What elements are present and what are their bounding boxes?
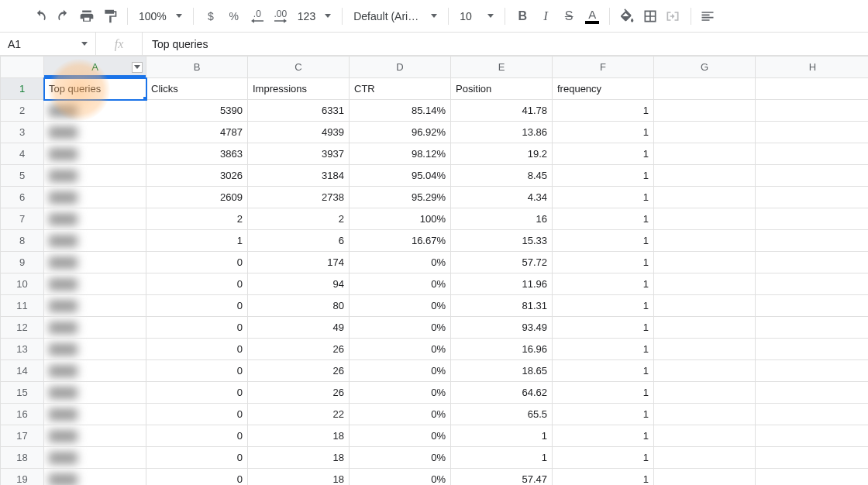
row-header[interactable]: 17 [1, 425, 44, 447]
cell[interactable]: 0 [146, 469, 248, 486]
name-box[interactable]: A1 [0, 33, 96, 55]
row-header[interactable]: 16 [1, 404, 44, 425]
cell[interactable]: 1 [553, 425, 654, 447]
cell[interactable]: 96.92% [350, 122, 451, 143]
cell[interactable]: 94 [248, 273, 350, 295]
cell[interactable] [654, 360, 756, 382]
more-formats-dropdown[interactable]: 123 [293, 5, 336, 28]
cell[interactable] [756, 273, 869, 295]
cell[interactable]: 81.31 [451, 295, 553, 317]
cell[interactable]: 1 [553, 295, 654, 317]
cell[interactable]: 1 [146, 230, 248, 252]
cell[interactable]: 0% [350, 404, 451, 425]
cell[interactable]: 4787 [146, 122, 248, 143]
horizontal-align-button[interactable] [698, 5, 719, 28]
cell[interactable]: 6331 [248, 100, 350, 122]
column-header-C[interactable]: C [248, 57, 350, 78]
font-size-dropdown[interactable]: 10 [455, 5, 498, 28]
cell[interactable]: 1 [451, 425, 553, 447]
row-header[interactable]: 11 [1, 295, 44, 317]
cell[interactable]: ████ [44, 317, 146, 339]
row-header[interactable]: 7 [1, 208, 44, 230]
cell[interactable] [756, 187, 869, 208]
cell[interactable]: 57.72 [451, 252, 553, 273]
row-header[interactable]: 14 [1, 360, 44, 382]
formula-input[interactable]: Top queries [143, 33, 868, 55]
cell[interactable]: 1 [553, 382, 654, 404]
print-button[interactable] [76, 5, 98, 28]
row-header[interactable]: 12 [1, 317, 44, 339]
cell[interactable]: 0% [350, 469, 451, 486]
cell[interactable]: 1 [553, 469, 654, 486]
column-header-F[interactable]: F [553, 57, 654, 78]
cell[interactable]: 1 [553, 165, 654, 187]
cell[interactable] [756, 295, 869, 317]
cell[interactable] [756, 252, 869, 273]
cell[interactable]: 26 [248, 382, 350, 404]
cell[interactable]: ████ [44, 339, 146, 360]
cell[interactable]: ████ [44, 425, 146, 447]
cell[interactable]: 0% [350, 382, 451, 404]
cell[interactable]: ████ [44, 382, 146, 404]
cell[interactable] [756, 404, 869, 425]
cell[interactable] [654, 295, 756, 317]
cell[interactable]: Impressions [248, 78, 350, 100]
cell[interactable] [756, 360, 869, 382]
cell[interactable]: 0 [146, 360, 248, 382]
cell[interactable]: 2 [146, 208, 248, 230]
cell[interactable]: 0% [350, 339, 451, 360]
cell[interactable] [756, 100, 869, 122]
cell[interactable] [756, 425, 869, 447]
cell[interactable]: 26 [248, 339, 350, 360]
column-header-A[interactable]: A [44, 57, 146, 78]
cell[interactable]: 2 [248, 208, 350, 230]
cell[interactable]: 1 [553, 100, 654, 122]
cell[interactable]: 174 [248, 252, 350, 273]
cell[interactable]: 85.14% [350, 100, 451, 122]
cell[interactable] [654, 447, 756, 469]
row-header[interactable]: 1 [1, 78, 44, 100]
cell[interactable] [756, 447, 869, 469]
cell[interactable] [756, 339, 869, 360]
cell[interactable]: 2738 [248, 187, 350, 208]
increase-decimal-button[interactable]: .00 [270, 5, 291, 28]
cell[interactable]: 1 [553, 143, 654, 165]
cell[interactable]: 100% [350, 208, 451, 230]
cell[interactable] [654, 339, 756, 360]
cell[interactable] [756, 143, 869, 165]
cell[interactable]: 11.96 [451, 273, 553, 295]
format-percent-button[interactable]: % [223, 5, 245, 28]
cell[interactable]: ████ [44, 404, 146, 425]
cell[interactable]: 3184 [248, 165, 350, 187]
cell[interactable]: ████ [44, 273, 146, 295]
cell[interactable]: Top queries [44, 78, 146, 100]
cell[interactable] [654, 230, 756, 252]
cell[interactable]: 0% [350, 425, 451, 447]
cell[interactable]: 4939 [248, 122, 350, 143]
cell[interactable]: ████ [44, 122, 146, 143]
cell[interactable]: 26 [248, 360, 350, 382]
cell[interactable]: 3863 [146, 143, 248, 165]
row-header[interactable]: 3 [1, 122, 44, 143]
cell[interactable]: 0 [146, 447, 248, 469]
row-header[interactable]: 6 [1, 187, 44, 208]
cell[interactable] [756, 208, 869, 230]
row-header[interactable]: 4 [1, 143, 44, 165]
cell[interactable] [654, 469, 756, 486]
cell[interactable]: 16.67% [350, 230, 451, 252]
row-header[interactable]: 10 [1, 273, 44, 295]
cell[interactable]: 1 [553, 273, 654, 295]
cell[interactable]: 57.47 [451, 469, 553, 486]
cell[interactable]: ████ [44, 360, 146, 382]
row-header[interactable]: 15 [1, 382, 44, 404]
cell[interactable]: 0% [350, 360, 451, 382]
paint-format-button[interactable] [99, 5, 121, 28]
column-header-G[interactable]: G [654, 57, 756, 78]
cell[interactable]: 1 [553, 339, 654, 360]
cell[interactable] [756, 317, 869, 339]
cell[interactable]: ████ [44, 143, 146, 165]
row-header[interactable]: 5 [1, 165, 44, 187]
cell[interactable]: 4.34 [451, 187, 553, 208]
cell[interactable]: 18 [248, 425, 350, 447]
cell[interactable] [756, 165, 869, 187]
